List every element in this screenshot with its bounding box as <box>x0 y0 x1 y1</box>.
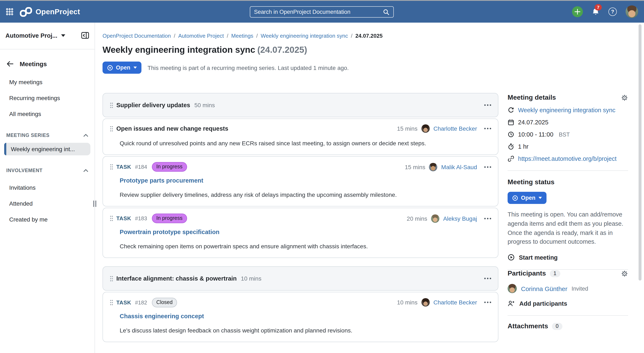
sidebar-item-created-by-me[interactable]: Created by me <box>3 213 91 226</box>
status-badge: In progress <box>152 162 187 172</box>
more-menu-button[interactable] <box>484 278 491 279</box>
breadcrumb: OpenProject Documentation / Automotive P… <box>102 33 498 39</box>
work-package-link[interactable]: Chassis engineering concept <box>120 313 204 319</box>
breadcrumb-link[interactable]: Automotive Project <box>178 33 224 39</box>
calendar-icon <box>508 119 514 126</box>
presenter-avatar[interactable] <box>431 214 440 223</box>
gear-icon[interactable] <box>621 270 628 277</box>
more-menu-button[interactable] <box>484 302 491 303</box>
sidebar-item-invitations[interactable]: Invitations <box>3 181 91 194</box>
user-avatar[interactable] <box>626 6 638 18</box>
meeting-date: 24.07.2025 <box>518 119 548 126</box>
add-participants-label: Add participants <box>519 300 567 307</box>
participant-avatar[interactable] <box>508 284 517 293</box>
global-search[interactable] <box>250 6 394 18</box>
meeting-status-button[interactable]: Open <box>102 62 141 74</box>
meeting-details-header: Meeting details <box>508 94 628 101</box>
attachments-heading: Attachments <box>508 322 548 330</box>
breadcrumb-separator: / <box>227 33 228 39</box>
apps-grid-icon[interactable] <box>6 8 14 16</box>
breadcrumb-separator: / <box>174 33 175 39</box>
openproject-logo[interactable]: OpenProject <box>20 7 80 17</box>
more-menu-button[interactable] <box>484 104 491 106</box>
work-package-type: TASK <box>116 299 131 306</box>
browser-viewport: OpenProject 7 <box>0 0 644 353</box>
item-duration: 10 mins <box>397 299 418 306</box>
chevron-up-icon[interactable] <box>83 134 88 137</box>
status-label: Open <box>521 195 536 201</box>
notifications-button[interactable]: 7 <box>592 8 600 16</box>
plus-icon <box>574 9 580 15</box>
sidebar-item-my-meetings[interactable]: My meetings <box>3 76 91 88</box>
drag-handle-icon[interactable] <box>110 102 114 108</box>
app-body: Automotive Proj... Meetings <box>0 23 644 353</box>
start-meeting-button[interactable]: Start meeting <box>508 254 628 261</box>
agenda-item-description: Check remaining open items on powertrain… <box>120 242 491 251</box>
work-package-link[interactable]: Prototype parts procurement <box>120 177 203 184</box>
search-input[interactable] <box>254 9 380 15</box>
drag-handle-icon[interactable] <box>110 164 114 170</box>
chevron-up-icon[interactable] <box>83 169 88 172</box>
top-header-bar: OpenProject 7 <box>0 1 644 23</box>
sidebar-item-all-meetings[interactable]: All meetings <box>3 108 91 120</box>
involvement-nav: Invitations Attended Created by me <box>0 181 94 226</box>
link-icon <box>508 155 514 162</box>
presenter-link[interactable]: Charlotte Becker <box>433 299 477 306</box>
search-icon[interactable] <box>383 9 390 15</box>
add-participants-button[interactable]: Add participants <box>508 300 628 307</box>
sidebar-item-weekly-engineering-series[interactable]: Weekly engineering int... <box>4 143 90 155</box>
gear-icon[interactable] <box>621 94 628 101</box>
drag-handle-icon[interactable] <box>110 125 114 132</box>
recurring-icon <box>508 107 514 114</box>
presenter-avatar[interactable] <box>421 124 430 133</box>
meetings-nav: My meetings Recurring meetings All meeti… <box>0 76 94 120</box>
breadcrumb-link[interactable]: Meetings <box>231 33 253 39</box>
agenda-task: TASK #184 In progress 15 mins Malik Al-S… <box>102 156 498 207</box>
more-menu-button[interactable] <box>484 166 491 168</box>
status-open-icon <box>512 195 518 201</box>
breadcrumb-link[interactable]: Weekly engineering integration sync <box>261 33 348 39</box>
work-package-type: TASK <box>116 164 131 170</box>
presenter-avatar[interactable] <box>429 163 438 171</box>
breadcrumb-link[interactable]: OpenProject Documentation <box>102 33 171 39</box>
presenter-link[interactable]: Charlotte Becker <box>433 125 477 132</box>
item-duration: 20 mins <box>407 215 427 222</box>
meeting-series-link[interactable]: Weekly engineering integration sync <box>518 107 615 114</box>
more-menu-button[interactable] <box>484 218 491 219</box>
panel-status-button[interactable]: Open <box>508 192 546 204</box>
main-content: OpenProject Documentation / Automotive P… <box>95 23 498 353</box>
meeting-date-row: 24.07.2025 <box>508 119 628 126</box>
presenter-link[interactable]: Malik Al-Saud <box>441 164 477 170</box>
presenter-avatar[interactable] <box>421 298 430 307</box>
menu-title: Meetings <box>20 60 47 67</box>
app-name: OpenProject <box>36 7 80 16</box>
meeting-details-heading: Meeting details <box>508 94 556 101</box>
participants-count-badge: 1 <box>550 270 560 277</box>
agenda-section: Interface alignment: chassis & powertrai… <box>102 266 498 291</box>
meeting-url-link[interactable]: https://meet.automotive.org/b/project <box>518 155 616 162</box>
meeting-title-text: Weekly engineering integration sync <box>102 45 255 55</box>
help-button[interactable]: ? <box>608 8 617 16</box>
page-scrollbar-thumb[interactable] <box>638 24 642 280</box>
drag-handle-icon[interactable] <box>110 299 114 306</box>
work-package-id: #183 <box>135 215 147 221</box>
sidebar-item-recurring-meetings[interactable]: Recurring meetings <box>3 92 91 104</box>
participant-name-link[interactable]: Corinna Günther <box>521 285 568 292</box>
drag-handle-icon[interactable] <box>110 215 114 221</box>
work-package-link[interactable]: Powertrain prototype specification <box>120 229 220 235</box>
caret-down-icon <box>133 67 137 69</box>
status-label: Open <box>116 65 130 71</box>
project-selector[interactable]: Automotive Proj... <box>0 32 94 39</box>
section-duration: 10 mins <box>241 275 261 282</box>
presenter-link[interactable]: Aleksy Bugaj <box>443 215 477 222</box>
collapse-sidebar-button[interactable] <box>81 32 89 39</box>
meetings-menu-header: Meetings <box>0 60 94 67</box>
more-menu-button[interactable] <box>484 128 491 129</box>
global-create-button[interactable] <box>572 6 583 17</box>
sidebar-item-attended[interactable]: Attended <box>3 197 91 210</box>
participants-heading: Participants <box>508 270 546 277</box>
drag-handle-icon[interactable] <box>110 275 114 282</box>
meeting-series-section-header: MEETING SERIES <box>0 133 94 138</box>
meeting-duration: 1 hr <box>518 143 528 150</box>
back-arrow-icon[interactable] <box>6 61 14 67</box>
